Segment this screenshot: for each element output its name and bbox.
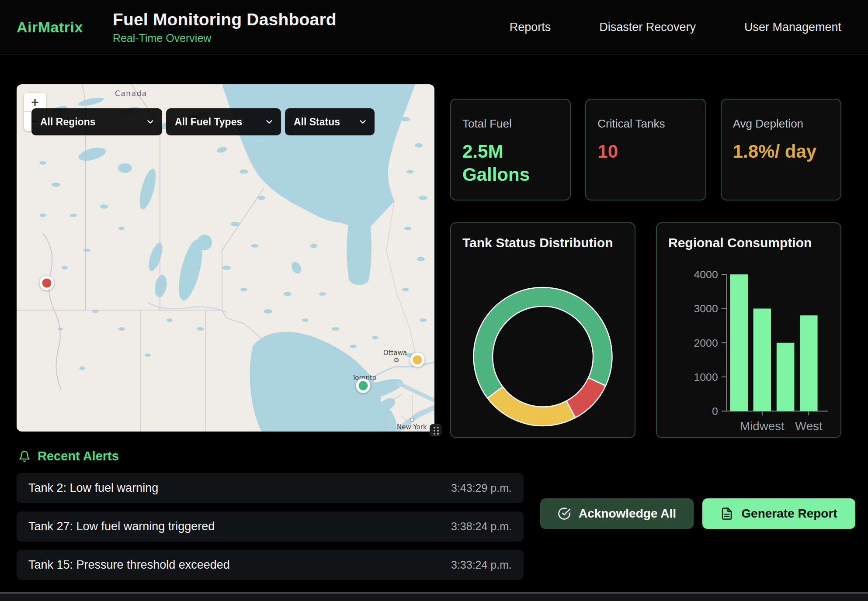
- regional-consumption-bar-chart: 01000200030004000MidwestWest: [657, 223, 840, 437]
- alert-row[interactable]: Tank 27: Low fuel warning triggered 3:38…: [17, 511, 524, 542]
- alert-text: Tank 27: Low fuel warning triggered: [28, 520, 215, 533]
- bell-icon: [18, 450, 31, 463]
- generate-report-button[interactable]: Generate Report: [702, 498, 855, 529]
- alerts-header: Recent Alerts: [18, 449, 119, 463]
- chevron-down-icon: [358, 117, 368, 127]
- acknowledge-all-label: Acknowledge All: [579, 507, 676, 521]
- svg-text:0: 0: [712, 405, 718, 417]
- svg-text:3000: 3000: [694, 303, 718, 314]
- stat-card-critical-tanks: Critical Tanks 10: [585, 99, 706, 200]
- svg-text:1000: 1000: [694, 371, 718, 383]
- stat-label: Total Fuel: [462, 117, 559, 131]
- fuel-type-filter-dropdown[interactable]: All Fuel Types: [166, 108, 281, 135]
- nav-reports[interactable]: Reports: [510, 21, 551, 34]
- tank-status-chart-card: Tank Status Distribution: [450, 222, 635, 438]
- new-york-town-icon: [410, 418, 414, 421]
- alert-text: Tank 15: Pressure threshold exceeded: [28, 558, 230, 572]
- nav-user-management[interactable]: User Management: [744, 21, 841, 34]
- alert-timestamp: 3:38:24 p.m.: [451, 520, 512, 533]
- stat-card-total-fuel: Total Fuel 2.5M Gallons: [450, 99, 571, 200]
- map-filters: All Regions All Fuel Types All Status: [31, 108, 375, 135]
- stat-cards-row: Total Fuel 2.5M Gallons Critical Tanks 1…: [450, 99, 841, 200]
- status-filter-dropdown[interactable]: All Status: [285, 108, 375, 135]
- alert-row[interactable]: Tank 2: Low fuel warning 3:43:29 p.m.: [17, 473, 524, 503]
- svg-text:4000: 4000: [694, 269, 718, 280]
- check-circle-icon: [558, 507, 571, 520]
- map-marker-critical[interactable]: [39, 276, 54, 290]
- brand-logo: AirMatrix: [17, 19, 83, 36]
- nav-disaster-recovery[interactable]: Disaster Recovery: [599, 21, 696, 34]
- stat-value-avg-depletion: 1.8%/ day: [733, 140, 829, 163]
- map[interactable]: Canada Ottawa Toronto New York + − All R…: [17, 84, 434, 432]
- tank-status-donut-chart: [451, 223, 635, 437]
- file-text-icon: [720, 507, 733, 520]
- chevron-down-icon: [146, 117, 155, 127]
- alerts-title: Recent Alerts: [38, 449, 119, 463]
- page-subtitle: Real-Time Overview: [113, 32, 337, 45]
- map-basemap: [17, 84, 434, 432]
- svg-text:Midwest: Midwest: [740, 419, 785, 433]
- page-title: Fuel Monitoring Dashboard: [113, 10, 337, 29]
- bottom-scrollbar[interactable]: [0, 594, 868, 601]
- chevron-down-icon: [264, 117, 274, 127]
- title-block: Fuel Monitoring Dashboard Real-Time Over…: [113, 10, 337, 45]
- map-resize-handle[interactable]: [430, 424, 441, 436]
- svg-text:2000: 2000: [694, 337, 718, 349]
- stat-card-avg-depletion: Avg Depletion 1.8%/ day: [721, 99, 841, 200]
- map-marker-normal[interactable]: [356, 379, 371, 393]
- status-filter-value: All Status: [294, 116, 340, 128]
- stat-label: Avg Depletion: [733, 117, 829, 131]
- charts-row: Tank Status Distribution Regional Consum…: [450, 222, 841, 438]
- regional-consumption-chart-card: Regional Consumption 01000200030004000Mi…: [656, 222, 841, 438]
- region-filter-dropdown[interactable]: All Regions: [31, 108, 162, 135]
- svg-text:West: West: [795, 419, 823, 433]
- acknowledge-all-button[interactable]: Acknowledge All: [540, 498, 694, 529]
- map-marker-warning[interactable]: [410, 353, 424, 367]
- region-filter-value: All Regions: [40, 116, 96, 128]
- stat-value-total-fuel: 2.5M Gallons: [462, 140, 559, 186]
- alert-timestamp: 3:43:29 p.m.: [451, 482, 512, 494]
- ottawa-town-icon: [394, 358, 399, 362]
- app-header: AirMatrix Fuel Monitoring Dashboard Real…: [0, 0, 868, 55]
- drag-dots-icon: [434, 427, 435, 428]
- fuel-type-filter-value: All Fuel Types: [175, 116, 242, 128]
- generate-report-label: Generate Report: [741, 507, 837, 521]
- alert-list: Tank 2: Low fuel warning 3:43:29 p.m. Ta…: [17, 473, 524, 588]
- right-column: Total Fuel 2.5M Gallons Critical Tanks 1…: [450, 99, 841, 438]
- stat-label: Critical Tanks: [597, 117, 694, 131]
- alert-row[interactable]: Tank 15: Pressure threshold exceeded 3:3…: [17, 550, 524, 580]
- stat-value-critical-tanks: 10: [597, 140, 694, 163]
- alert-timestamp: 3:33:24 p.m.: [451, 559, 512, 571]
- main-nav: Reports Disaster Recovery User Managemen…: [510, 21, 841, 34]
- alert-text: Tank 2: Low fuel warning: [28, 481, 158, 495]
